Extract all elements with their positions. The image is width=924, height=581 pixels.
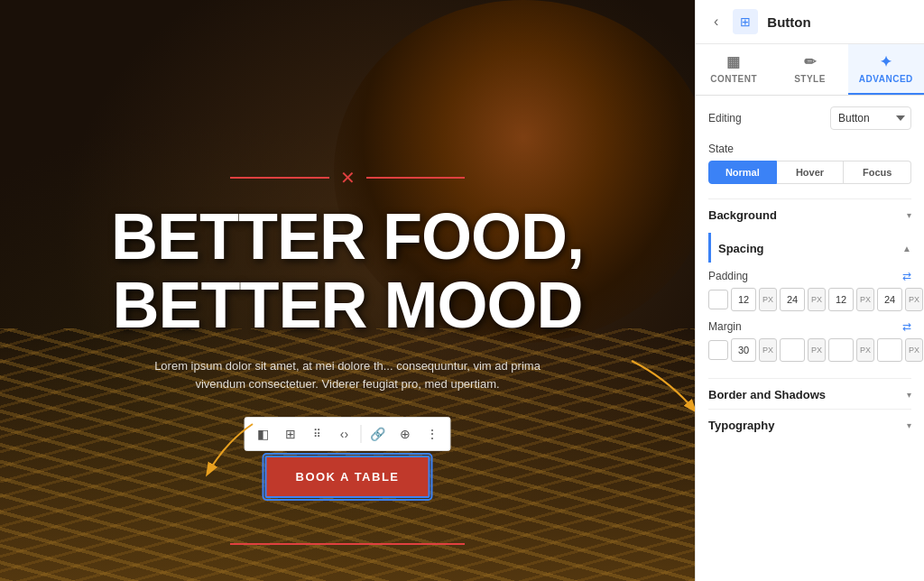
- state-section: State Normal Hover Focus: [708, 143, 911, 184]
- toolbar-more-btn[interactable]: ⋮: [420, 421, 445, 447]
- right-panel: ‹ ⊞ Button ▦ CONTENT ✏ STYLE ✦ ADVANCED …: [695, 0, 924, 581]
- padding-right-unit: PX: [808, 288, 826, 311]
- padding-box: [708, 290, 728, 309]
- spacing-chevron: ▲: [902, 244, 911, 254]
- margin-right-input[interactable]: [780, 338, 805, 362]
- toolbar-link-btn[interactable]: 🔗: [365, 421, 391, 447]
- padding-row: Padding ⇄: [708, 270, 911, 282]
- margin-top-input[interactable]: [731, 338, 756, 362]
- cutlery-icon: ✕: [340, 167, 356, 189]
- advanced-tab-label: ADVANCED: [859, 74, 913, 84]
- preview-panel: ✕ BETTER FOOD, BETTER MOOD Lorem ipsum d…: [0, 0, 695, 581]
- bottom-decorative-line: [230, 543, 465, 545]
- margin-top-unit: PX: [759, 338, 777, 362]
- padding-inputs: PX PX PX PX ↺: [708, 288, 911, 311]
- toolbar-add-btn[interactable]: ⊕: [393, 421, 418, 447]
- padding-bottom-unit: PX: [856, 288, 874, 311]
- content-tab-icon: ▦: [726, 53, 741, 70]
- margin-bottom-unit: PX: [856, 338, 874, 362]
- padding-top-input[interactable]: [731, 288, 756, 311]
- tab-content[interactable]: ▦ CONTENT: [696, 44, 772, 95]
- margin-left-input[interactable]: [877, 338, 902, 362]
- background-chevron: ▾: [907, 210, 911, 220]
- tab-advanced[interactable]: ✦ ADVANCED: [848, 44, 924, 95]
- main-title: BETTER FOOD, BETTER MOOD: [111, 203, 584, 339]
- spacing-section-header[interactable]: Spacing ▲: [708, 233, 911, 263]
- panel-header: ‹ ⊞ Button: [696, 0, 924, 44]
- margin-label: Margin: [708, 320, 742, 333]
- decorative-line: ✕: [230, 167, 465, 189]
- padding-left-unit: PX: [905, 288, 923, 311]
- padding-right-input[interactable]: [780, 288, 805, 311]
- spacing-content: Padding ⇄ PX PX PX PX ↺ Margin ⇄: [708, 263, 911, 378]
- state-buttons: Normal Hover Focus: [708, 161, 911, 184]
- margin-inputs: PX PX PX PX ↺: [708, 338, 911, 362]
- background-title: Background: [708, 208, 777, 222]
- arrow-annotation-2: [614, 352, 695, 424]
- panel-tabs: ▦ CONTENT ✏ STYLE ✦ ADVANCED: [696, 44, 924, 96]
- editing-row: Editing Button Icon Wrapper: [708, 106, 911, 130]
- margin-bottom-input[interactable]: [828, 338, 854, 362]
- margin-row: Margin ⇄: [708, 320, 911, 333]
- border-title: Border and Shadows: [708, 388, 826, 401]
- spacing-title: Spacing: [718, 242, 764, 255]
- state-focus-btn[interactable]: Focus: [844, 161, 911, 184]
- editing-select[interactable]: Button Icon Wrapper: [830, 106, 911, 130]
- panel-body: Editing Button Icon Wrapper State Normal…: [696, 96, 924, 581]
- back-button[interactable]: ‹: [708, 12, 724, 32]
- state-normal-btn[interactable]: Normal: [708, 161, 777, 184]
- toolbar-divider: [361, 425, 362, 443]
- padding-top-unit: PX: [759, 288, 777, 311]
- advanced-tab-icon: ✦: [880, 53, 892, 70]
- border-section-header[interactable]: Border and Shadows ▾: [708, 378, 911, 409]
- editing-label: Editing: [708, 112, 742, 124]
- panel-title: Button: [767, 14, 810, 30]
- subtitle-text: Lorem ipsum dolor sit amet, at mei dolor…: [131, 357, 564, 392]
- padding-bottom-input[interactable]: [828, 288, 854, 311]
- margin-left-unit: PX: [905, 338, 923, 362]
- line-right: [366, 177, 466, 179]
- style-tab-icon: ✏: [804, 53, 817, 70]
- state-label: State: [708, 143, 911, 155]
- margin-right-unit: PX: [808, 338, 826, 362]
- arrow-annotation-1: [180, 415, 289, 487]
- padding-left-input[interactable]: [877, 288, 902, 311]
- typography-title: Typography: [708, 419, 774, 432]
- tab-style[interactable]: ✏ STYLE: [772, 44, 847, 95]
- style-tab-label: STYLE: [794, 74, 826, 84]
- book-table-button[interactable]: BOOK A TABLE: [264, 456, 430, 498]
- background-section-header[interactable]: Background ▾: [708, 198, 911, 229]
- panel-widget-icon: ⊞: [733, 9, 758, 34]
- typography-chevron: ▾: [907, 420, 911, 430]
- margin-box: [708, 340, 728, 360]
- padding-link-icon[interactable]: ⇄: [902, 270, 911, 282]
- line-left: [230, 177, 329, 179]
- padding-label: Padding: [708, 270, 748, 282]
- typography-section-header[interactable]: Typography ▾: [708, 409, 911, 439]
- margin-link-icon[interactable]: ⇄: [902, 320, 911, 333]
- content-tab-label: CONTENT: [710, 74, 757, 84]
- cta-button-wrapper: BOOK A TABLE: [264, 456, 430, 498]
- toolbar-nav-btn[interactable]: ‹›: [332, 421, 357, 447]
- state-hover-btn[interactable]: Hover: [777, 161, 845, 184]
- toolbar-drag-btn[interactable]: ⠿: [305, 421, 330, 447]
- border-chevron: ▾: [907, 390, 911, 400]
